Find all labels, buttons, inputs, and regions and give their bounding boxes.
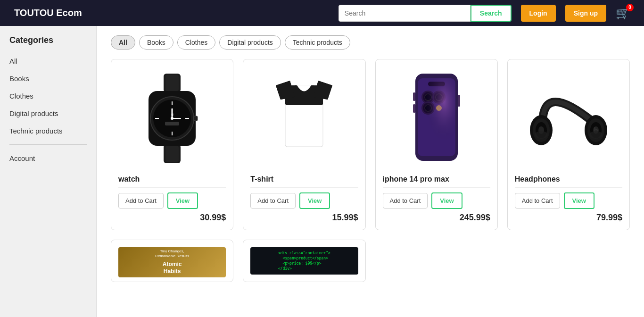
filter-clothes[interactable]: Clothes [177,35,215,50]
header: TOUTOU Ecom Search Login Sign up 🛒 0 [0,0,644,26]
search-button[interactable]: Search [471,5,512,22]
logo: TOUTOU Ecom [14,8,82,18]
svg-rect-1 [165,75,179,91]
search-wrapper: Search [339,5,512,22]
product-card-iphone: iphone 14 pro max Add to Cart View 245.9… [375,59,498,230]
main-layout: Categories All Books Clothes Digital pro… [0,26,644,317]
product-price-headphones: 79.99$ [515,213,622,223]
view-tshirt[interactable]: View [299,192,330,209]
cart-badge: 0 [626,4,634,11]
svg-rect-38 [418,78,455,156]
product-card-code-partial: <div class="container"> <span>product</s… [243,240,365,282]
login-button[interactable]: Login [521,5,556,22]
svg-point-51 [535,131,548,139]
svg-rect-40 [413,92,415,101]
sidebar: Categories All Books Clothes Digital pro… [0,26,97,317]
sidebar-item-books[interactable]: Books [0,70,96,87]
sidebar-item-digital[interactable]: Digital products [0,105,96,122]
product-image-iphone [383,67,490,170]
sidebar-divider [9,144,87,145]
sidebar-item-technic[interactable]: Technic products [0,122,96,140]
product-divider-headphones [515,187,622,188]
product-divider-watch [118,187,226,188]
product-card-book-partial: Tiny Changes, Remarkable Results Atomic … [111,240,233,282]
product-image-headphones: b [515,67,622,170]
product-actions-iphone: Add to Cart View [383,192,490,209]
cart-icon-wrapper[interactable]: 🛒 0 [616,7,630,20]
filter-digital[interactable]: Digital products [219,35,281,50]
product-name-iphone: iphone 14 pro max [383,175,490,184]
product-card-tshirt: T-shirt Add to Cart View 15.99$ [243,59,365,230]
filter-technic[interactable]: Technic products [285,35,350,50]
product-price-iphone: 245.99$ [383,213,490,223]
content: All Books Clothes Digital products Techn… [97,26,644,317]
product-grid: ♛ watch Add to Cart View 30.99$ [111,59,630,282]
sidebar-item-clothes[interactable]: Clothes [0,87,96,105]
product-name-watch: watch [118,175,226,184]
product-divider-tshirt [250,187,358,188]
view-iphone[interactable]: View [431,192,462,209]
product-actions-watch: Add to Cart View [118,192,226,209]
product-actions-tshirt: Add to Cart View [250,192,358,209]
svg-rect-15 [165,122,179,125]
signup-button[interactable]: Sign up [565,5,606,22]
product-card-watch: ♛ watch Add to Cart View 30.99$ [111,59,233,230]
filter-all[interactable]: All [111,35,135,50]
filter-books[interactable]: Books [139,35,173,50]
add-to-cart-iphone[interactable]: Add to Cart [383,193,428,209]
product-image-tshirt [250,67,358,170]
svg-rect-3 [165,146,179,162]
product-price-watch: 30.99$ [118,213,226,223]
product-card-headphones: b Headphones Add to Cart View 79.99$ [507,59,630,230]
svg-text:♛: ♛ [171,113,174,117]
product-price-tshirt: 15.99$ [250,213,358,223]
sidebar-title: Categories [0,35,96,52]
view-watch[interactable]: View [167,192,198,209]
svg-point-14 [171,117,173,120]
product-divider-iphone [383,187,490,188]
svg-rect-39 [458,95,460,107]
add-to-cart-tshirt[interactable]: Add to Cart [250,193,296,209]
product-name-tshirt: T-shirt [250,175,358,184]
category-filters: All Books Clothes Digital products Techn… [111,35,630,50]
add-to-cart-headphones[interactable]: Add to Cart [515,193,560,209]
svg-rect-11 [194,116,198,121]
product-name-headphones: Headphones [515,175,622,184]
add-to-cart-watch[interactable]: Add to Cart [118,193,164,209]
sidebar-item-all[interactable]: All [0,52,96,70]
product-image-watch: ♛ [118,67,226,170]
product-actions-headphones: Add to Cart View [515,192,622,209]
svg-point-52 [589,131,603,139]
svg-marker-24 [314,81,332,100]
svg-marker-23 [276,81,295,100]
search-input[interactable] [339,5,471,22]
view-headphones[interactable]: View [564,192,594,209]
sidebar-item-account[interactable]: Account [0,150,96,167]
svg-rect-41 [413,104,415,113]
